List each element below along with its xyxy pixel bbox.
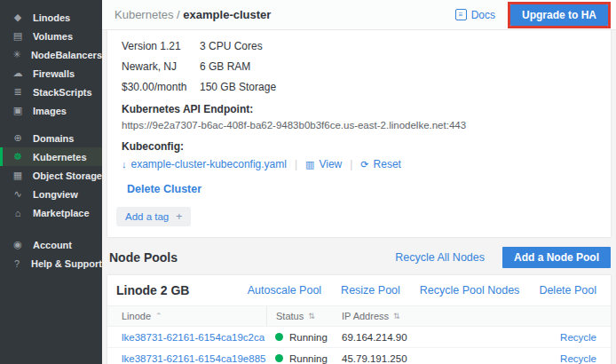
sidebar-group-divider [0,222,102,235]
status-label: Running [289,353,328,364]
volumes-icon: ▤ [12,30,24,42]
node-table-row: lke38731-62161-6154ca19e885 Running 45.7… [107,348,611,364]
breadcrumb-section[interactable]: Kubernetes [115,8,174,21]
sidebar-item-label: Domains [33,133,74,144]
sidebar-item-kubernetes[interactable]: ☸ Kubernetes [0,147,102,166]
node-ip: 45.79.191.250 [342,353,534,364]
sidebar-item-label: Images [33,106,67,116]
column-header-actions [534,306,596,326]
kubeconfig-file-name: example-cluster-kubeconfig.yaml [131,158,287,170]
cluster-specs: Version 1.21 3 CPU Cores Newark, NJ 6 GB… [116,40,602,93]
sidebar-item-account[interactable]: ◉ Account [0,235,102,254]
sort-asc-icon: ⌃ [155,312,162,320]
sidebar-item-longview[interactable]: ∿ Longview [0,185,102,203]
kubeconfig-view-link[interactable]: ▥ View [305,158,342,170]
kubernetes-wheel-icon: ☸ [12,151,24,162]
view-label: View [319,158,342,170]
cluster-summary-card: Version 1.21 3 CPU Cores Newark, NJ 6 GB… [107,30,611,237]
status-label: Running [289,332,328,343]
node-status: Running [275,353,342,364]
spec-version: Version 1.21 [122,40,200,52]
images-icon: ▣ [12,105,24,116]
sidebar-item-label: Object Storage [33,170,102,181]
docs-icon: ≡ [455,9,467,20]
pool-header: Linode 2 GB Autoscale Pool Resize Pool R… [107,275,611,305]
sidebar-item-linodes[interactable]: ◆ Linodes [0,8,102,27]
docs-label: Docs [471,9,495,21]
breadcrumb-separator: / [174,8,184,21]
kubeconfig-label: Kubeconfig: [122,140,602,153]
linode-cube-icon: ◆ [12,12,24,23]
table-header-row: Linode ⌃ Status ⇅ IP Address ⇅ [107,305,611,327]
sidebar-item-marketplace[interactable]: ⌂ Marketplace [0,203,102,222]
kubeconfig-download-link[interactable]: ↓ example-cluster-kubeconfig.yaml [122,158,287,170]
sidebar-item-label: Linodes [33,12,70,23]
breadcrumb: Kubernetes / example-cluster [115,8,271,21]
sort-icon: ⇅ [308,312,315,320]
spec-price: $30.00/month [122,81,200,93]
content-area: Version 1.21 3 CPU Cores Newark, NJ 6 GB… [102,30,616,364]
node-pools-header: Node Pools Recycle All Nodes Add a Node … [107,243,611,275]
sidebar-item-object-storage[interactable]: ▦ Object Storage [0,166,102,185]
node-actions: Recycle [534,332,596,343]
sort-icon: ⇅ [393,312,400,320]
sidebar-item-label: Marketplace [33,208,90,218]
sidebar-item-stackscripts[interactable]: ≣ StackScripts [0,83,102,101]
add-node-pool-button[interactable]: Add a Node Pool [502,247,611,268]
divider: | [350,158,352,170]
autoscale-pool-link[interactable]: Autoscale Pool [248,284,321,297]
sidebar-group-divider [0,120,102,129]
sidebar-item-firewalls[interactable]: ☁ Firewalls [0,64,102,83]
divider: | [295,158,297,170]
column-label: Linode [122,311,151,321]
sidebar: ◆ Linodes ▤ Volumes ✳ NodeBalancers ☁ Fi… [0,0,102,364]
recycle-pool-nodes-link[interactable]: Recycle Pool Nodes [420,284,520,297]
add-tag-label: Add a tag [125,211,169,222]
spec-ram: 6 GB RAM [200,60,602,73]
sidebar-item-images[interactable]: ▣ Images [0,101,102,120]
add-tag-button[interactable]: Add a tag + [116,207,191,226]
node-name-link[interactable]: lke38731-62161-6154ca19c2ca [122,332,275,343]
sidebar-item-nodebalancers[interactable]: ✳ NodeBalancers [0,45,102,64]
api-endpoint-label: Kubernetes API Endpoint: [122,103,602,115]
download-icon: ↓ [122,159,127,170]
sidebar-item-help-support[interactable]: ? Help & Support [0,254,102,273]
object-storage-icon: ▦ [12,170,24,181]
marketplace-icon: ⌂ [12,208,24,218]
spec-region: Newark, NJ [122,60,200,73]
delete-cluster-link[interactable]: Delete Cluster [127,183,201,195]
kubeconfig-reset-link[interactable]: ⟳ Reset [360,158,401,170]
column-header-linode[interactable]: Linode ⌃ [122,306,275,326]
sidebar-item-label: Firewalls [33,68,75,79]
node-status: Running [275,332,342,343]
status-dot-icon [275,333,283,341]
column-header-status[interactable]: Status ⇅ [266,306,342,326]
main-content: Kubernetes / example-cluster ≡ Docs Upgr… [102,0,616,364]
column-label: IP Address [342,311,389,321]
breadcrumb-cluster-name: example-cluster [183,8,271,21]
docs-link[interactable]: ≡ Docs [455,9,495,21]
column-header-ip[interactable]: IP Address ⇅ [342,306,534,326]
sidebar-item-label: Help & Support [31,258,102,269]
sidebar-item-label: Account [33,240,72,250]
recycle-node-link[interactable]: Recycle [560,332,596,343]
sidebar-item-domains[interactable]: ⊕ Domains [0,129,102,147]
sidebar-item-label: Longview [33,189,78,200]
reset-label: Reset [374,158,401,170]
firewall-cloud-icon: ☁ [12,67,24,79]
app-window: ◆ Linodes ▤ Volumes ✳ NodeBalancers ☁ Fi… [0,0,616,364]
node-table-row: lke38731-62161-6154ca19c2ca Running 69.1… [107,327,611,348]
pool-actions: Autoscale Pool Resize Pool Recycle Pool … [248,284,596,297]
resize-pool-link[interactable]: Resize Pool [341,284,400,297]
spec-storage: 150 GB Storage [200,81,602,93]
node-name-link[interactable]: lke38731-62161-6154ca19e885 [122,353,275,364]
recycle-node-link[interactable]: Recycle [560,353,596,364]
upgrade-to-ha-button[interactable]: Upgrade to HA [510,4,608,26]
help-icon: ? [12,258,22,269]
recycle-all-nodes-link[interactable]: Recycle All Nodes [395,251,485,264]
delete-pool-link[interactable]: Delete Pool [539,284,596,297]
sidebar-item-label: NodeBalancers [31,50,102,60]
api-endpoint-url: https://9e2a7307-b6ac-408f-ba62-9483b0b3… [122,120,602,131]
sidebar-item-volumes[interactable]: ▤ Volumes [0,27,102,45]
kubeconfig-actions: ↓ example-cluster-kubeconfig.yaml | ▥ Vi… [122,158,602,170]
